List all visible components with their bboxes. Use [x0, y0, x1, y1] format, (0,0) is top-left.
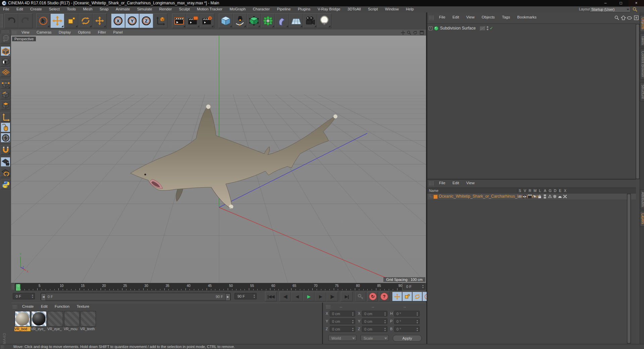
layer-row[interactable]: Oceanic_Whitetip_Shark_or_Carcharhinus_L…	[427, 194, 636, 199]
menu-pipeline[interactable]: Pipeline	[274, 6, 294, 12]
menu-render[interactable]: Render	[156, 6, 175, 12]
mat-menu-create[interactable]: Create	[19, 304, 37, 309]
make-editable-button[interactable]	[1, 34, 10, 43]
visibility-dots-icon[interactable]	[487, 26, 488, 30]
xref-bones-icon[interactable]	[562, 194, 567, 199]
play-button[interactable]: ▶	[303, 292, 315, 301]
layout-search-icon[interactable]	[633, 7, 637, 12]
material-thumbnail[interactable]	[31, 311, 47, 327]
om-expand-icon[interactable]	[634, 15, 639, 20]
col-header-g[interactable]: G	[547, 189, 552, 193]
python-script-button[interactable]	[1, 180, 10, 189]
render-view-button[interactable]	[172, 13, 186, 28]
frame-stepper[interactable]: ▲▼	[422, 284, 424, 289]
lm-menu-file[interactable]: File	[436, 180, 448, 186]
lm-grip[interactable]	[429, 181, 434, 186]
material-label[interactable]: VR_bod	[14, 327, 31, 331]
subdivision-surface-button[interactable]	[247, 13, 261, 28]
viewport-menu-grip[interactable]	[12, 31, 17, 35]
om-filter-eye-icon[interactable]	[627, 16, 632, 19]
position-mode-dropdown[interactable]: World	[328, 335, 357, 341]
coord-grip[interactable]	[326, 305, 330, 309]
col-header-v[interactable]: V	[522, 189, 527, 193]
om-menu-file[interactable]: File	[436, 14, 448, 20]
z-axis-lock-button[interactable]: Z	[139, 13, 153, 28]
add-light-button[interactable]	[317, 13, 331, 28]
menu-animate[interactable]: Animate	[113, 6, 133, 12]
lm-menu-edit[interactable]: Edit	[449, 180, 462, 186]
menu-character[interactable]: Character	[250, 6, 273, 12]
end-frame-field[interactable]: 90 F▲▼	[234, 293, 257, 299]
visibility-eye-icon[interactable]	[522, 194, 527, 199]
next-frame-button[interactable]: ▶	[315, 292, 326, 301]
animation-help-button[interactable]: ?	[379, 292, 389, 301]
mat-menu-texture[interactable]: Texture	[74, 304, 93, 309]
coord-header-rotation[interactable]: --	[404, 305, 406, 309]
viewport-pan-icon[interactable]	[400, 30, 406, 35]
vp-menu-view[interactable]: View	[18, 30, 33, 35]
menu-3dtoall[interactable]: 3DToAll	[344, 6, 364, 12]
last-tool-button[interactable]	[93, 13, 107, 28]
current-frame-field[interactable]: 0 F▲▼	[403, 283, 425, 290]
menu-plugins[interactable]: Plugins	[295, 6, 314, 12]
generator-pyramid-icon[interactable]	[547, 194, 552, 199]
menu-edit[interactable]: Edit	[13, 6, 26, 12]
close-button[interactable]: ×	[629, 0, 644, 6]
material-label[interactable]: VR_eye_	[31, 327, 47, 331]
col-header-l[interactable]: L	[537, 189, 542, 193]
layer-swatch-icon[interactable]	[480, 26, 485, 31]
viewport-toggle-icon[interactable]	[419, 30, 425, 35]
previous-frame-button[interactable]: ◀	[291, 292, 303, 301]
vp-menu-panel[interactable]: Panel	[110, 30, 125, 35]
camera-label[interactable]: Perspective	[12, 37, 36, 41]
material-thumbnail[interactable]	[15, 311, 30, 327]
om-menu-tags[interactable]: Tags	[499, 14, 513, 20]
layer-color-swatch[interactable]	[433, 195, 438, 199]
timeline-grip[interactable]	[11, 284, 14, 290]
texture-mode-button[interactable]	[1, 57, 10, 66]
col-header-a[interactable]: A	[542, 189, 547, 193]
name-column-header[interactable]: Name	[429, 189, 438, 193]
material-label[interactable]: VR_mou	[64, 327, 80, 331]
object-name[interactable]: Subdivision Surface	[440, 26, 476, 31]
viewport-canvas[interactable]: Y X Z Perspective Grid Spacing : 100 cm	[11, 36, 426, 283]
lm-menu-view[interactable]: View	[463, 180, 478, 186]
size-z-field[interactable]: 0 cm▲▼	[362, 326, 387, 332]
y-axis-lock-button[interactable]: Y	[125, 13, 139, 28]
workplane-mode-button[interactable]	[1, 67, 10, 77]
viewport-zoom-icon[interactable]	[406, 30, 412, 35]
x-axis-lock-button[interactable]: X	[111, 13, 125, 28]
record-rotation-button[interactable]	[412, 292, 422, 301]
timeline-ruler[interactable]: 051015202530354045505560657075808590	[15, 283, 402, 291]
add-camera-button[interactable]	[303, 13, 317, 28]
om-scrollbar[interactable]	[636, 24, 640, 179]
menu-file[interactable]: File	[0, 6, 12, 12]
menu-motion-tracker[interactable]: Motion Tracker	[194, 6, 225, 12]
animation-bars-icon[interactable]	[542, 194, 547, 199]
rot-b-field[interactable]: 0 °▲▼	[394, 326, 420, 332]
om-menu-objects[interactable]: Objects	[479, 14, 498, 20]
om-grip[interactable]	[429, 15, 434, 20]
col-header-m[interactable]: M	[532, 189, 537, 193]
enable-snap-button[interactable]: S	[1, 133, 10, 143]
deformer-shield-icon[interactable]	[552, 194, 557, 199]
workplane-align-button[interactable]	[1, 167, 10, 177]
record-position-button[interactable]	[392, 292, 402, 301]
move-tool-button[interactable]	[50, 13, 64, 28]
expression-half-icon[interactable]	[557, 194, 562, 199]
vp-menu-filter[interactable]: Filter	[95, 30, 109, 35]
goto-end-button[interactable]: ▶|	[341, 292, 353, 301]
manager-cursor-icon[interactable]	[532, 194, 537, 199]
enabled-check-icon[interactable]: ✓	[490, 26, 493, 31]
points-mode-button[interactable]	[1, 79, 10, 89]
mat-menu-function[interactable]: Function	[52, 304, 72, 309]
size-y-field[interactable]: 0 cm▲▼	[362, 318, 387, 324]
lock-workplane-button[interactable]	[1, 157, 10, 167]
render-picture-viewer-button[interactable]	[186, 13, 200, 28]
range-end-handle[interactable]: ▶	[225, 293, 230, 301]
polygons-mode-button[interactable]	[1, 100, 10, 110]
render-settings-button[interactable]	[200, 13, 214, 28]
menu-mesh[interactable]: Mesh	[80, 6, 95, 12]
toolbar-grip[interactable]	[0, 14, 3, 28]
pos-y-field[interactable]: 0 cm▲▼	[330, 318, 355, 324]
